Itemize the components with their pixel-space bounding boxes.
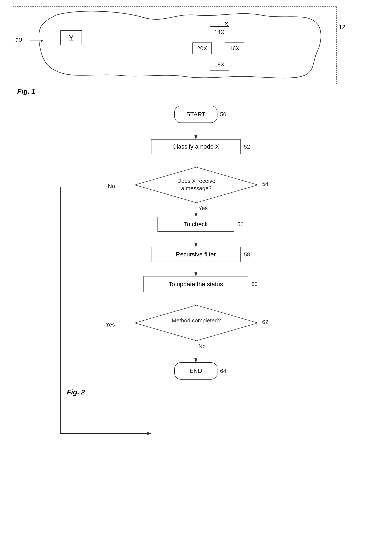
decision1-no-label: No [108,183,115,190]
fig1-label-10: 10 [15,37,22,44]
step58-label: 58 [244,251,250,258]
fig1-node-16x: 16X [225,42,244,54]
recursive-filter-process: Recursive filter [151,247,241,262]
to-update-process: To update the status [143,276,248,292]
fig1-x-label: X [224,21,229,28]
classify-process: Classify a node X [151,139,241,154]
decision2-yes-label: Yes [106,321,115,328]
fig2-container: START 50 Classify a node X 52 Does X rec… [0,99,392,541]
step50-label: 50 [220,111,226,118]
svg-text:Does X receive: Does X receive [177,178,215,184]
fig2-caption: Fig. 2 [67,388,85,396]
fig1-node-y: Y [60,30,82,45]
decision2-no-label: No [198,343,206,350]
svg-text:Method completed?: Method completed? [172,317,221,324]
step52-label: 52 [244,143,250,150]
fig1-node-14x: 14X [210,26,229,38]
svg-text:a message?: a message? [181,185,212,192]
decision1-wrapper: Does X receive a message? [134,166,259,204]
decision2-wrapper: Method completed? [134,304,259,342]
step56-label: 56 [237,221,244,228]
step54-label: 54 [262,181,268,187]
fig1-node-20x: 20X [192,42,212,54]
end-terminal: END [174,362,217,380]
step60-label: 60 [251,281,258,287]
step62-label: 62 [262,319,268,326]
to-check-process: To check [157,217,234,232]
fig1-container: 10 12 Y 14X 16X 20X 18X X Fig. 1 [13,7,358,93]
fig1-node-18x: 18X [210,59,229,70]
decision1-yes-label: Yes [198,205,208,212]
fig1-caption: Fig. 1 [17,87,35,95]
fig1-inner-box: 14X 16X 20X 18X [175,23,265,74]
step64-label: 64 [220,368,226,375]
fig1-label-12: 12 [339,24,345,31]
start-terminal: START [174,106,217,123]
flowchart: START 50 Classify a node X 52 Does X rec… [0,99,392,541]
